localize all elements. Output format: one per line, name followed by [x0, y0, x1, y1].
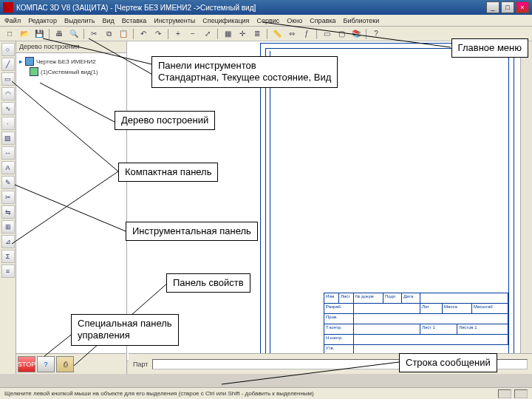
props-label: Парт — [133, 361, 148, 368]
dimstyle-icon[interactable]: ⇔ — [285, 28, 299, 40]
menu-lib[interactable]: Библиотеки — [344, 17, 380, 24]
hatch-icon[interactable]: ▨ — [1, 132, 15, 145]
trim-icon[interactable]: ✂ — [1, 191, 15, 204]
stamp-cell — [354, 304, 420, 313]
stamp-cell — [420, 293, 508, 303]
separator — [267, 29, 267, 39]
separator — [133, 29, 134, 39]
measure2-icon[interactable]: ⊿ — [1, 235, 15, 248]
spline-icon[interactable]: ∿ — [1, 102, 15, 115]
stamp-cell: Т.контр. — [324, 324, 354, 334]
zoom-in-icon[interactable]: + — [171, 28, 185, 40]
menu-file[interactable]: Файл — [4, 17, 21, 24]
stamp-cell — [354, 314, 508, 324]
copy-icon[interactable]: ⧉ — [102, 28, 115, 40]
special-control-panel: STOP ? ⎙ — [16, 353, 127, 374]
help2-icon[interactable]: ? — [37, 356, 55, 372]
save-icon[interactable]: 💾 — [33, 28, 46, 40]
point-icon[interactable]: · — [1, 117, 15, 130]
main-menu: Файл Редактор Выделить Вид Вставка Инстр… — [0, 15, 532, 27]
cut-icon[interactable]: ✂ — [87, 28, 100, 40]
stamp-cell: № докум — [354, 293, 383, 303]
paste-icon[interactable]: 📋 — [117, 28, 130, 40]
vertical-scrollbar[interactable] — [520, 41, 532, 361]
menu-insert[interactable]: Вставка — [122, 17, 146, 24]
preview-icon[interactable]: 🔍 — [67, 28, 81, 40]
status-segment — [498, 389, 511, 398]
tree-root-label: Чертеж БЕЗ ИМЕНИ2 — [36, 58, 96, 65]
redo-icon[interactable]: ↷ — [151, 28, 165, 40]
callout-toolbars: Панели инструментов Стандартная, Текущее… — [151, 56, 338, 88]
arc-icon[interactable]: ◠ — [1, 87, 15, 100]
title-bar: КОМПАС 3D V8 (ЗАЩИТА) - [Чертеж БЕЗ ИМЕН… — [0, 0, 532, 15]
sheet-inner-frame: Изм Лист № докум Подп Дата Разраб. Лит М… — [265, 48, 509, 367]
status-text: Щелкните левой кнопкой мыши на объекте д… — [4, 390, 314, 397]
menu-view[interactable]: Вид — [102, 17, 114, 24]
callout-mainmenu: Главное меню — [451, 38, 528, 58]
help-icon[interactable]: ? — [369, 28, 383, 40]
print-icon[interactable]: 🖶 — [52, 28, 66, 40]
menu-service[interactable]: Сервис — [257, 17, 280, 24]
drawing-canvas[interactable]: Изм Лист № докум Подп Дата Разраб. Лит М… — [127, 41, 532, 374]
menu-tools[interactable]: Инструменты — [154, 17, 195, 24]
close-button[interactable]: × — [516, 1, 529, 13]
stamp-cell: Изм — [324, 293, 339, 303]
separator — [316, 29, 317, 39]
separator — [366, 29, 366, 39]
stop-icon[interactable]: STOP — [18, 356, 35, 372]
library-icon[interactable]: 📚 — [349, 28, 363, 40]
stamp-cell: Листов 1 — [457, 324, 508, 334]
view2-icon[interactable]: ▢ — [335, 28, 348, 40]
menu-spec[interactable]: Спецификация — [202, 17, 249, 24]
status-bar: Щелкните левой кнопкой мыши на объекте д… — [0, 387, 532, 399]
grid-icon[interactable]: ▦ — [221, 28, 234, 40]
spec-icon[interactable]: ≡ — [1, 265, 15, 278]
stamp-cell: Масса — [443, 304, 472, 313]
rect-icon[interactable]: ▭ — [1, 72, 15, 86]
callout-status: Строка сообщений — [399, 353, 497, 372]
menu-select[interactable]: Выделить — [64, 17, 95, 24]
callout-toolpanel: Инструментальная панель — [126, 222, 258, 241]
menu-help[interactable]: Справка — [310, 17, 335, 24]
stamp-cell: Лист 1 — [420, 324, 457, 334]
auto-icon[interactable]: ⎙ — [56, 356, 74, 372]
tree-child-label: (1)Системный вид(1) — [41, 69, 98, 75]
sheet-frame: Изм Лист № докум Подп Дата Разраб. Лит М… — [260, 43, 514, 372]
text-icon[interactable]: A — [1, 161, 15, 174]
separator — [83, 29, 84, 39]
tree-child[interactable]: (1)Системный вид(1) — [19, 66, 123, 77]
stamp-cell — [354, 335, 508, 344]
minimize-button[interactable]: _ — [486, 1, 499, 13]
param-icon[interactable]: ƒ — [300, 28, 313, 40]
tree-root[interactable]: ▸ Чертеж БЕЗ ИМЕНИ2 — [19, 56, 123, 66]
view1-icon[interactable]: ▭ — [320, 28, 333, 40]
separator — [168, 29, 168, 39]
mirror-icon[interactable]: ⇋ — [1, 205, 15, 219]
menu-edit[interactable]: Редактор — [28, 17, 57, 24]
edit-icon[interactable]: ✎ — [1, 176, 15, 189]
snap-icon[interactable]: ✛ — [236, 28, 249, 40]
drawing-icon — [25, 57, 34, 66]
geometry-icon[interactable]: ○ — [1, 43, 15, 56]
stamp-cell: Лист — [339, 293, 354, 303]
undo-icon[interactable]: ↶ — [137, 28, 150, 40]
maximize-button[interactable]: □ — [501, 1, 514, 13]
measure-icon[interactable]: 📏 — [270, 28, 284, 40]
stamp-cell: Лит — [420, 304, 443, 313]
array-icon[interactable]: ⊞ — [1, 220, 15, 233]
separator — [217, 29, 218, 39]
callout-tree: Дерево построений — [115, 111, 215, 130]
callout-props: Панель свойств — [166, 273, 250, 293]
open-icon[interactable]: 📂 — [18, 28, 31, 40]
layers-icon[interactable]: ≣ — [250, 28, 264, 40]
zoom-fit-icon[interactable]: ⤢ — [201, 28, 214, 40]
tree-header: Дерево построения — [16, 41, 126, 53]
zoom-out-icon[interactable]: − — [186, 28, 200, 40]
line-icon[interactable]: ╱ — [1, 58, 15, 71]
menu-window[interactable]: Окно — [287, 17, 302, 24]
stamp-cell: Н.контр. — [324, 335, 354, 344]
dim-icon[interactable]: ↔ — [1, 146, 15, 160]
param2-icon[interactable]: Σ — [1, 250, 15, 263]
new-icon[interactable]: □ — [3, 28, 16, 40]
stamp-cell: Подп — [383, 293, 402, 303]
